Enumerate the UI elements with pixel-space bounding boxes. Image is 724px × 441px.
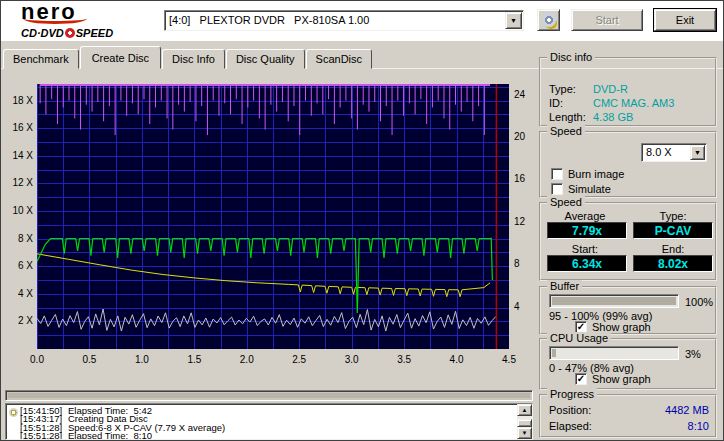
axis-tick-label: 3.0 <box>340 354 364 365</box>
cpu-percent-value: 3% <box>685 348 701 360</box>
nero-logo: nero CD·DVDSPEED <box>21 2 161 40</box>
average-speed-display: 7.79x <box>547 222 627 239</box>
axis-tick-label: 1.5 <box>182 354 206 365</box>
axis-tick-label: 1.0 <box>130 354 154 365</box>
write-type-display: P-CAV <box>633 222 713 239</box>
progress-group: Progress Position: 4482 MB Elapsed: 8:10 <box>539 394 717 438</box>
average-speed-label: Average <box>543 210 627 222</box>
axis-tick-label: 3.5 <box>392 354 416 365</box>
axis-tick-label: 2.0 <box>235 354 259 365</box>
group-title: Speed <box>547 196 585 209</box>
axis-tick-label: 14 X <box>5 150 33 161</box>
burn-image-checkbox[interactable]: Burn image <box>551 168 624 180</box>
disc-tool-icon <box>542 13 556 27</box>
logo-swoosh-icon <box>23 13 87 24</box>
scroll-down-icon: ▼ <box>522 430 528 436</box>
axis-tick-label: 24 <box>514 89 534 100</box>
checkbox-box <box>551 183 563 195</box>
scroll-up-button[interactable]: ▲ <box>517 404 532 416</box>
tab-disc-quality[interactable]: Disc Quality <box>226 49 305 69</box>
buffer-percent-value: 100% <box>685 296 713 308</box>
cpu-usage-group: CPU Usage 3% 0 - 47% (8% avg) ✓ Show gra… <box>539 338 717 390</box>
speed-select-group: Speed 8.0 X ▼ Burn image Simulate <box>539 131 717 198</box>
checkbox-box: ✓ <box>575 373 587 385</box>
group-title: Speed <box>547 125 585 138</box>
total-progress-bar <box>5 390 533 401</box>
axis-tick-label: 4 <box>514 301 534 312</box>
scroll-down-button[interactable]: ▼ <box>517 427 532 439</box>
dropdown-arrow-icon[interactable]: ▼ <box>690 145 705 160</box>
total-progress-fill <box>8 393 530 398</box>
disc-type-value: DVD-R <box>593 83 628 95</box>
scrollbar-thumb[interactable] <box>517 419 532 427</box>
log-entry-text: Elapsed Time: 8:10 <box>68 430 152 440</box>
start-speed-label: Start: <box>543 243 627 255</box>
disc-type-label: Type: <box>549 83 576 95</box>
checkbox-label: Show graph <box>592 373 651 385</box>
axis-tick-label: 16 X <box>5 122 33 133</box>
logo-subtitle: CD·DVDSPEED <box>21 27 113 39</box>
axis-tick-label: 2.5 <box>287 354 311 365</box>
position-label: Position: <box>549 404 591 416</box>
speed-stats-group: Speed Average Type: 7.79x P-CAV Start: E… <box>539 202 717 281</box>
scroll-up-icon: ▲ <box>522 407 528 413</box>
dropdown-arrow-icon[interactable]: ▼ <box>505 12 522 29</box>
axis-tick-label: 4.5 <box>497 354 521 365</box>
arrow-glyph: ▼ <box>510 17 517 24</box>
elapsed-value: 8:10 <box>609 420 709 432</box>
group-title: Disc info <box>547 51 595 64</box>
disc-length-value: 4.38 GB <box>593 111 633 123</box>
checkbox-box <box>551 168 563 180</box>
axis-tick-label: 4.0 <box>445 354 469 365</box>
axis-tick-label: 10 X <box>5 205 33 216</box>
axis-tick-label: 12 X <box>5 177 33 188</box>
tab-scandisc[interactable]: ScanDisc <box>306 49 372 69</box>
group-title: Progress <box>547 388 597 401</box>
tab-create-disc[interactable]: Create Disc <box>80 46 161 69</box>
cpu-show-graph-checkbox[interactable]: ✓ Show graph <box>575 373 651 385</box>
axis-tick-label: 6 X <box>5 260 33 271</box>
speed-chart <box>37 84 509 349</box>
status-log[interactable]: [15:41:50]Elapsed Time: 5:42 [15:43:17]C… <box>5 403 533 440</box>
checkbox-label: Simulate <box>568 183 611 195</box>
elapsed-label: Elapsed: <box>549 420 592 432</box>
tab-disc-info[interactable]: Disc Info <box>162 49 225 69</box>
speed-select[interactable]: 8.0 X ▼ <box>641 143 707 162</box>
position-value: 4482 MB <box>609 404 709 416</box>
header-bar: nero CD·DVDSPEED [4:0] PLEXTOR DVDR PX-8… <box>1 1 723 41</box>
checkbox-label: Burn image <box>568 168 624 180</box>
simulate-checkbox[interactable]: Simulate <box>551 183 611 195</box>
buffer-level-bar <box>549 294 679 308</box>
nero-cd-dvd-speed-window: nero CD·DVDSPEED [4:0] PLEXTOR DVDR PX-8… <box>0 0 724 441</box>
disc-icon <box>65 28 75 38</box>
axis-tick-label: 8 <box>514 258 534 269</box>
axis-tick-label: 20 <box>514 131 534 142</box>
start-speed-display: 6.34x <box>547 255 627 272</box>
arrow-glyph: ▼ <box>694 149 701 156</box>
cpu-bar-fill <box>552 349 556 357</box>
logo-speed-text: SPEED <box>76 27 113 39</box>
end-speed-display: 8.02x <box>633 255 713 272</box>
speed-chart-svg <box>37 84 509 349</box>
exit-button[interactable]: Exit <box>654 9 716 31</box>
buffer-bar-fill <box>552 297 676 305</box>
disc-id-label: ID: <box>549 97 563 109</box>
log-entry-time: [15:51:28] <box>20 432 68 440</box>
group-title: CPU Usage <box>547 332 611 345</box>
end-speed-label: End: <box>631 243 715 255</box>
axis-tick-label: 4 X <box>5 288 33 299</box>
drive-select[interactable]: [4:0] PLEXTOR DVDR PX-810SA 1.00 ▼ <box>164 10 524 31</box>
tab-benchmark[interactable]: Benchmark <box>3 49 79 69</box>
axis-tick-label: 16 <box>514 173 534 184</box>
drive-options-button[interactable] <box>537 9 560 31</box>
log-scrollbar[interactable]: ▲ ▼ <box>517 404 532 439</box>
axis-tick-label: 0.5 <box>77 354 101 365</box>
drive-select-value: [4:0] PLEXTOR DVDR PX-810SA 1.00 <box>169 14 369 26</box>
axis-tick-label: 8 X <box>5 233 33 244</box>
write-type-label: Type: <box>631 210 715 222</box>
start-button[interactable]: Start <box>571 9 643 31</box>
disc-id-value: CMC MAG. AM3 <box>593 97 674 109</box>
axis-tick-label: 18 X <box>5 95 33 106</box>
tab-bar: Benchmark Create Disc Disc Info Disc Qua… <box>3 46 373 69</box>
cpu-usage-bar <box>549 346 679 360</box>
